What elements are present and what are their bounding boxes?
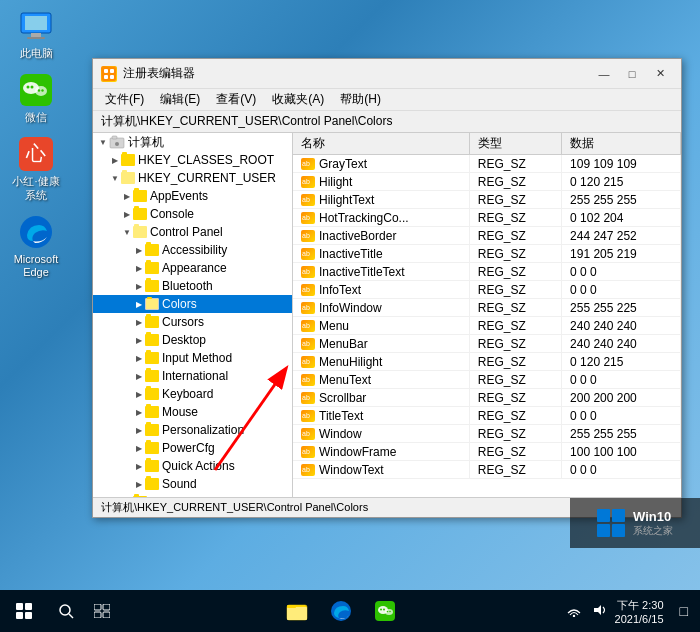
tree-item-quickactions[interactable]: ▶ Quick Actions	[93, 457, 292, 475]
tree-item-sound[interactable]: ▶ Sound	[93, 475, 292, 493]
table-row[interactable]: abHilightREG_SZ0 120 215	[293, 173, 681, 191]
reg-name-cell: abInactiveTitleText	[293, 263, 469, 281]
tree-label-bluetooth: Bluetooth	[162, 279, 213, 293]
col-data: 数据	[562, 133, 681, 155]
svg-rect-17	[104, 75, 108, 79]
svg-point-9	[38, 89, 40, 91]
table-row[interactable]: abWindowTextREG_SZ0 0 0	[293, 461, 681, 479]
data-panel[interactable]: 名称 类型 数据 abGrayTextREG_SZ109 109 109abHi…	[293, 133, 681, 497]
tree-item-hkcu[interactable]: ▼ HKEY_CURRENT_USER	[93, 169, 292, 187]
table-row[interactable]: abHotTrackingCo...REG_SZ0 102 204	[293, 209, 681, 227]
tree-item-computer[interactable]: ▼ 计算机	[93, 133, 292, 151]
tree-item-accessibility[interactable]: ▶ Accessibility	[93, 241, 292, 259]
table-row[interactable]: abTitleTextREG_SZ0 0 0	[293, 407, 681, 425]
tree-item-international[interactable]: ▶ International	[93, 367, 292, 385]
expand-arrow-sound: ▶	[133, 478, 145, 490]
reg-name-cell: abGrayText	[293, 155, 469, 173]
tree-item-controlpanel[interactable]: ▼ Control Panel	[93, 223, 292, 241]
taskbar-edge[interactable]	[321, 590, 361, 632]
tree-item-mouse[interactable]: ▶ Mouse	[93, 403, 292, 421]
table-row[interactable]: abGrayTextREG_SZ109 109 109	[293, 155, 681, 173]
tree-item-console[interactable]: ▶ Console	[93, 205, 292, 223]
maximize-button[interactable]: □	[619, 64, 645, 84]
reg-value-icon: ab	[301, 176, 315, 188]
tree-label-desktop: Desktop	[162, 333, 206, 347]
table-row[interactable]: abInfoWindowREG_SZ255 255 225	[293, 299, 681, 317]
taskbar-clock[interactable]: 下午 2:30 2021/6/15	[615, 598, 672, 625]
taskbar-center	[120, 590, 563, 632]
reg-name-cell: abMenu	[293, 317, 469, 335]
health-icon[interactable]: 心 小红·健康系统	[8, 136, 64, 201]
tree-item-powercfg[interactable]: ▶ PowerCfg	[93, 439, 292, 457]
table-row[interactable]: abMenuHilightREG_SZ0 120 215	[293, 353, 681, 371]
tree-label-inputmethod: Input Method	[162, 351, 232, 365]
table-row[interactable]: abWindowFrameREG_SZ100 100 100	[293, 443, 681, 461]
reg-name-cell: abHotTrackingCo...	[293, 209, 469, 227]
tree-item-appearance[interactable]: ▶ Appearance	[93, 259, 292, 277]
wechat-icon[interactable]: 微信	[8, 72, 64, 124]
expand-arrow-keyboard: ▶	[133, 388, 145, 400]
taskbar-explorer[interactable]	[277, 590, 317, 632]
address-text: 计算机\HKEY_CURRENT_USER\Control Panel\Colo…	[101, 113, 392, 130]
svg-rect-20	[112, 136, 117, 139]
reg-type-cell: REG_SZ	[469, 443, 561, 461]
tree-item-colors[interactable]: ▶ Colors	[93, 295, 292, 313]
col-name: 名称	[293, 133, 469, 155]
tree-panel[interactable]: ▼ 计算机 ▶ HKEY_CLASSES_ROOT	[93, 133, 293, 497]
taskbar-wechat[interactable]	[365, 590, 405, 632]
reg-value-icon: ab	[301, 320, 315, 332]
table-row[interactable]: abScrollbarREG_SZ200 200 200	[293, 389, 681, 407]
minimize-button[interactable]: —	[591, 64, 617, 84]
table-row[interactable]: abMenuBarREG_SZ240 240 240	[293, 335, 681, 353]
taskbar-search[interactable]	[48, 590, 84, 632]
tree-item-cursors[interactable]: ▶ Cursors	[93, 313, 292, 331]
tree-item-keyboard[interactable]: ▶ Keyboard	[93, 385, 292, 403]
table-row[interactable]: abMenuTextREG_SZ0 0 0	[293, 371, 681, 389]
tree-label-sound: Sound	[162, 477, 197, 491]
table-row[interactable]: abInfoTextREG_SZ0 0 0	[293, 281, 681, 299]
svg-rect-32	[287, 605, 296, 608]
svg-point-40	[389, 611, 391, 613]
menu-favorites[interactable]: 收藏夹(A)	[264, 89, 332, 110]
win10-logo	[597, 509, 625, 537]
expand-arrow-personalization: ▶	[133, 424, 145, 436]
network-icon[interactable]	[563, 603, 585, 620]
table-row[interactable]: abWindowREG_SZ255 255 255	[293, 425, 681, 443]
start-icon	[16, 603, 32, 619]
tree-item-hkcr[interactable]: ▶ HKEY_CLASSES_ROOT	[93, 151, 292, 169]
tree-label-computer: 计算机	[128, 134, 164, 151]
task-view-button[interactable]	[84, 590, 120, 632]
svg-rect-1	[25, 16, 47, 30]
menu-view[interactable]: 查看(V)	[208, 89, 264, 110]
tree-item-desktop[interactable]: ▶ Desktop	[93, 331, 292, 349]
pc-icon[interactable]: 此电脑	[8, 8, 64, 60]
health-icon-label: 小红·健康系统	[8, 175, 64, 201]
menu-help[interactable]: 帮助(H)	[332, 89, 389, 110]
menu-edit[interactable]: 编辑(E)	[152, 89, 208, 110]
close-button[interactable]: ✕	[647, 64, 673, 84]
table-row[interactable]: abHilightTextREG_SZ255 255 255	[293, 191, 681, 209]
tree-item-bluetooth[interactable]: ▶ Bluetooth	[93, 277, 292, 295]
window-title: 注册表编辑器	[123, 65, 195, 82]
tree-item-inputmethod[interactable]: ▶ Input Method	[93, 349, 292, 367]
table-row[interactable]: abInactiveTitleTextREG_SZ0 0 0	[293, 263, 681, 281]
table-row[interactable]: abInactiveTitleREG_SZ191 205 219	[293, 245, 681, 263]
volume-icon[interactable]	[589, 603, 611, 620]
expand-arrow-appearance: ▶	[133, 262, 145, 274]
notification-icon[interactable]: □	[676, 603, 692, 619]
table-row[interactable]: abInactiveBorderREG_SZ244 247 252	[293, 227, 681, 245]
window-controls: — □ ✕	[591, 64, 673, 84]
edge-icon[interactable]: Microsoft Edge	[8, 214, 64, 279]
tree-item-personalization[interactable]: ▶ Personalization	[93, 421, 292, 439]
reg-data-cell: 200 200 200	[562, 389, 681, 407]
reg-value-icon: ab	[301, 302, 315, 314]
start-button[interactable]	[0, 590, 48, 632]
reg-type-cell: REG_SZ	[469, 389, 561, 407]
menu-file[interactable]: 文件(F)	[97, 89, 152, 110]
expand-arrow-desktop: ▶	[133, 334, 145, 346]
reg-type-cell: REG_SZ	[469, 299, 561, 317]
reg-name-cell: abMenuText	[293, 371, 469, 389]
tree-item-appevents[interactable]: ▶ AppEvents	[93, 187, 292, 205]
svg-point-41	[572, 614, 574, 616]
table-row[interactable]: abMenuREG_SZ240 240 240	[293, 317, 681, 335]
